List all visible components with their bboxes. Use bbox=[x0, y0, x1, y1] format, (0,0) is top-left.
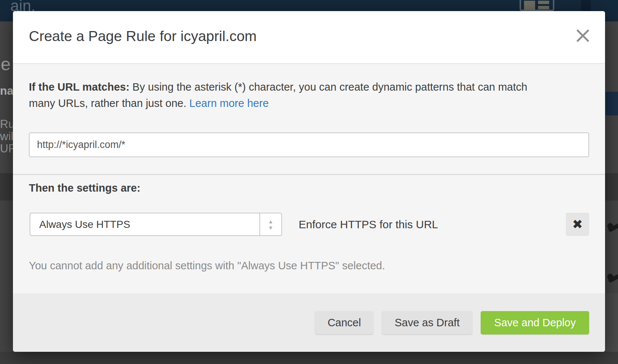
layout-grid-icon bbox=[520, 0, 554, 11]
modal-header: Create a Page Rule for icyapril.com bbox=[13, 11, 605, 64]
dimmed-table-header-band bbox=[605, 173, 618, 200]
settings-heading: Then the settings are: bbox=[29, 182, 140, 194]
bg-text-fragment: e bbox=[1, 54, 14, 74]
partial-navbar-icon bbox=[581, 0, 591, 11]
bg-text-fragment: nav bbox=[0, 84, 13, 98]
screen: ain. e nav Ru will UR Create a Page Rule… bbox=[0, 0, 618, 364]
delete-x-icon: ✖ bbox=[572, 217, 583, 232]
remove-setting-button[interactable]: ✖ bbox=[566, 213, 589, 236]
dimmed-table-header-band bbox=[0, 173, 13, 200]
wrench-icon bbox=[607, 271, 618, 286]
dimmed-page-bottom bbox=[0, 352, 618, 364]
bg-text-fragment: UR bbox=[0, 142, 13, 155]
close-icon[interactable] bbox=[573, 26, 592, 45]
save-as-draft-button[interactable]: Save as Draft bbox=[382, 311, 472, 334]
wrench-icon bbox=[607, 220, 618, 235]
dimmed-row-band bbox=[605, 293, 618, 352]
bg-text-fragment: Ru bbox=[0, 118, 13, 131]
url-match-label: If the URL matches: bbox=[29, 81, 130, 93]
url-match-help-text: If the URL matches: By using the asteris… bbox=[29, 79, 547, 111]
setting-description: Enforce HTTPS for this URL bbox=[299, 213, 438, 236]
bg-text-fragment: will bbox=[0, 130, 13, 143]
create-page-rule-modal: Create a Page Rule for icyapril.com If t… bbox=[13, 11, 605, 352]
section-divider bbox=[13, 174, 605, 175]
setting-select-value: Always Use HTTPS bbox=[30, 219, 259, 230]
learn-more-link[interactable]: Learn more here bbox=[189, 97, 269, 109]
chevron-down-icon: ▼ bbox=[268, 225, 273, 231]
url-pattern-input[interactable] bbox=[29, 132, 589, 157]
save-and-deploy-button[interactable]: Save and Deploy bbox=[481, 311, 589, 334]
stepper-arrows-icon: ▲ ▼ bbox=[259, 213, 281, 235]
chevron-up-icon: ▲ bbox=[268, 218, 273, 225]
modal-title: Create a Page Rule for icyapril.com bbox=[29, 28, 257, 44]
setting-select[interactable]: Always Use HTTPS ▲ ▼ bbox=[30, 213, 282, 236]
modal-footer: Cancel Save as Draft Save and Deploy bbox=[13, 293, 605, 352]
setting-note: You cannot add any additional settings w… bbox=[29, 260, 385, 272]
cancel-button[interactable]: Cancel bbox=[315, 311, 373, 334]
dimmed-blue-button-fragment bbox=[605, 92, 618, 115]
